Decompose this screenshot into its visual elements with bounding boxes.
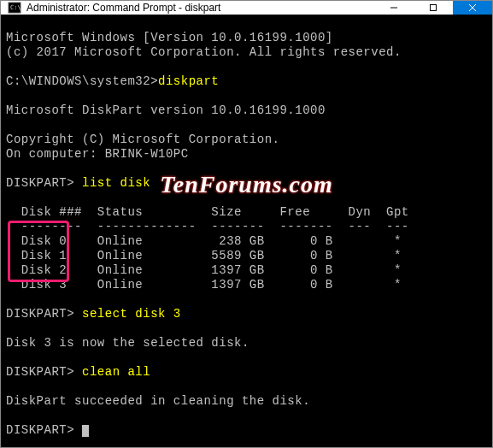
watermark-text: TenForums.com [160,177,333,192]
svg-rect-3 [431,5,437,11]
maximize-button[interactable] [414,1,453,15]
close-button[interactable] [453,1,492,15]
command-text: clean all [82,365,150,379]
terminal-area[interactable]: Microsoft Windows [Version 10.0.16199.10… [1,15,492,448]
prompt-path: C:\WINDOWS\system32> [6,74,158,88]
command-text: list disk [82,176,150,190]
diskpart-prompt: DISKPART> [6,307,74,321]
table-divider: -------- ------------- ------- ------- -… [6,220,409,233]
table-row: Disk 1 Online 5589 GB 0 B * [6,249,402,262]
command-text: diskpart [158,74,219,88]
minimize-button[interactable] [374,1,414,15]
diskpart-prompt: DISKPART> [6,176,74,190]
table-row: Disk 2 Online 1397 GB 0 B * [6,263,402,277]
window-controls [374,1,492,15]
output-line: DiskPart succeeded in cleaning the disk. [6,394,310,408]
diskpart-version: Microsoft DiskPart version 10.0.16199.10… [6,103,326,117]
diskpart-computer: On computer: BRINK-W10PC [6,147,189,161]
diskpart-prompt: DISKPART> [6,423,74,437]
banner-line: (c) 2017 Microsoft Corporation. All righ… [6,45,402,59]
diskpart-copyright: Copyright (C) Microsoft Corporation. [6,133,279,146]
banner-line: Microsoft Windows [Version 10.0.16199.10… [6,31,333,44]
table-row: Disk 3 Online 1397 GB 0 B * [6,278,402,292]
cmd-icon: C:\ [8,1,21,15]
command-prompt-window: C:\ Administrator: Command Prompt - disk… [1,1,492,447]
diskpart-prompt: DISKPART> [6,365,74,379]
text-cursor [82,425,89,437]
command-text: select disk 3 [82,307,181,321]
table-row: Disk 0 Online 238 GB 0 B * [6,234,402,248]
titlebar[interactable]: C:\ Administrator: Command Prompt - disk… [1,1,492,15]
svg-text:C:\: C:\ [10,4,21,11]
window-title: Administrator: Command Prompt - diskpart [26,2,374,14]
output-line: Disk 3 is now the selected disk. [6,336,249,350]
table-header: Disk ### Status Size Free Dyn Gpt [6,205,409,219]
